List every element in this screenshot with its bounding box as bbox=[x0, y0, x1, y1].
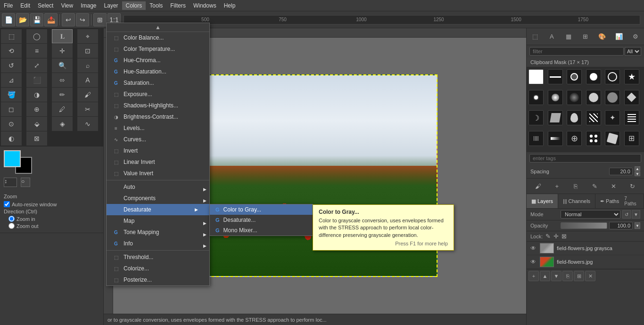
desaturate-arrow: ▶ bbox=[195, 207, 198, 212]
shadows-icon: ⬚ bbox=[112, 102, 120, 109]
colors-dropdown: ▲ ⬚ Color Balance... ⬚ Color Temperature… bbox=[106, 23, 210, 286]
desaturate-g-icon: G bbox=[215, 217, 220, 223]
menu-tone-mapping[interactable]: G Tone Mapping bbox=[107, 227, 209, 238]
levels-icon: ≡ bbox=[112, 124, 120, 132]
linear-invert-icon: ⬚ bbox=[112, 158, 120, 166]
threshold-icon: ⬚ bbox=[112, 253, 120, 261]
menu-windows[interactable]: Windows bbox=[190, 1, 220, 10]
brightness-icon: ◑ bbox=[112, 113, 120, 121]
menu-overlay[interactable]: ▲ ⬚ Color Balance... ⬚ Color Temperature… bbox=[0, 11, 644, 325]
tooltip-description: Color to grayscale conversion, uses enve… bbox=[319, 217, 448, 239]
auto-icon bbox=[112, 183, 120, 191]
hue-chroma-icon: G bbox=[112, 57, 120, 64]
color-balance-icon: ⬚ bbox=[112, 34, 120, 41]
menu-linear-invert[interactable]: ⬚ Linear Invert bbox=[107, 156, 209, 168]
menu-scroll-up[interactable]: ▲ bbox=[107, 23, 209, 32]
menu-curves[interactable]: ∿ Curves... bbox=[107, 134, 209, 145]
menu-map[interactable]: Map bbox=[107, 215, 209, 227]
menu-filters[interactable]: Filters bbox=[166, 1, 190, 10]
desaturate-submenu: G Color to Gray... Color to Gray... Colo… bbox=[209, 204, 313, 236]
menu-posterize[interactable]: ⬚ Posterize... bbox=[107, 274, 209, 285]
saturation-icon: G bbox=[112, 79, 120, 87]
tooltip-title: Color to Gray... bbox=[319, 209, 448, 215]
tooltip-press-hint: Press F1 for more help bbox=[319, 241, 448, 246]
submenu-color-to-gray[interactable]: G Color to Gray... Color to Gray... Colo… bbox=[210, 204, 313, 215]
curves-icon: ∿ bbox=[112, 136, 120, 143]
menu-components[interactable]: Components bbox=[107, 193, 209, 204]
menu-color-balance[interactable]: ⬚ Color Balance... bbox=[107, 32, 209, 43]
menu-desaturate[interactable]: Desaturate ▶ G Color to Gray... Color to… bbox=[107, 204, 209, 215]
submenu-desaturate[interactable]: G Desaturate... bbox=[210, 215, 313, 225]
menu-saturation[interactable]: G Saturation... bbox=[107, 77, 209, 89]
menu-hue-chroma[interactable]: G Hue-Chroma... bbox=[107, 55, 209, 66]
color-temp-icon: ⬚ bbox=[112, 45, 120, 53]
menu-shadows-highlights[interactable]: ⬚ Shadows-Highlights... bbox=[107, 100, 209, 111]
menu-layer[interactable]: Layer bbox=[100, 1, 122, 10]
posterize-icon: ⬚ bbox=[112, 276, 120, 284]
colorize-icon: ⬚ bbox=[112, 265, 120, 272]
menu-levels[interactable]: ≡ Levels... bbox=[107, 122, 209, 134]
tone-mapping-icon: G bbox=[112, 228, 120, 236]
menu-value-invert[interactable]: ⬚ Value Invert bbox=[107, 168, 209, 179]
hue-sat-icon: G bbox=[112, 68, 120, 75]
menu-color-temperature[interactable]: ⬚ Color Temperature... bbox=[107, 43, 209, 55]
menu-auto[interactable]: Auto bbox=[107, 180, 209, 193]
tooltip-box: Color to Gray... Color to grayscale conv… bbox=[313, 204, 454, 251]
menu-image[interactable]: Image bbox=[77, 1, 100, 10]
exposure-icon: ⬚ bbox=[112, 90, 120, 98]
desaturate-icon bbox=[112, 206, 120, 213]
menu-exposure[interactable]: ⬚ Exposure... bbox=[107, 89, 209, 100]
menu-tools[interactable]: Tools bbox=[146, 1, 166, 10]
submenu-mono-mixer[interactable]: G Mono Mixer... bbox=[210, 225, 313, 236]
menu-threshold[interactable]: ⬚ Threshold... bbox=[107, 250, 209, 263]
components-icon bbox=[112, 195, 120, 202]
menu-file[interactable]: File bbox=[0, 1, 17, 10]
invert-icon: ⬚ bbox=[112, 147, 120, 154]
menu-select[interactable]: Select bbox=[34, 1, 57, 10]
menu-hue-saturation[interactable]: G Hue-Saturation... bbox=[107, 66, 209, 77]
info-icon: G bbox=[112, 240, 120, 247]
menu-view[interactable]: View bbox=[57, 1, 77, 10]
menubar: File Edit Select View Image Layer Colors… bbox=[0, 0, 644, 11]
menu-info[interactable]: G Info bbox=[107, 238, 209, 249]
menu-colorize[interactable]: ⬚ Colorize... bbox=[107, 263, 209, 274]
menu-edit[interactable]: Edit bbox=[17, 1, 34, 10]
menu-brightness-contrast[interactable]: ◑ Brightness-Contrast... bbox=[107, 111, 209, 122]
mono-mixer-icon: G bbox=[215, 228, 220, 233]
menu-help[interactable]: Help bbox=[220, 1, 239, 10]
menu-invert[interactable]: ⬚ Invert bbox=[107, 145, 209, 156]
color-to-gray-icon: G bbox=[215, 207, 220, 212]
value-invert-icon: ⬚ bbox=[112, 170, 120, 177]
menu-colors[interactable]: Colors bbox=[122, 1, 146, 10]
map-icon bbox=[112, 217, 120, 225]
